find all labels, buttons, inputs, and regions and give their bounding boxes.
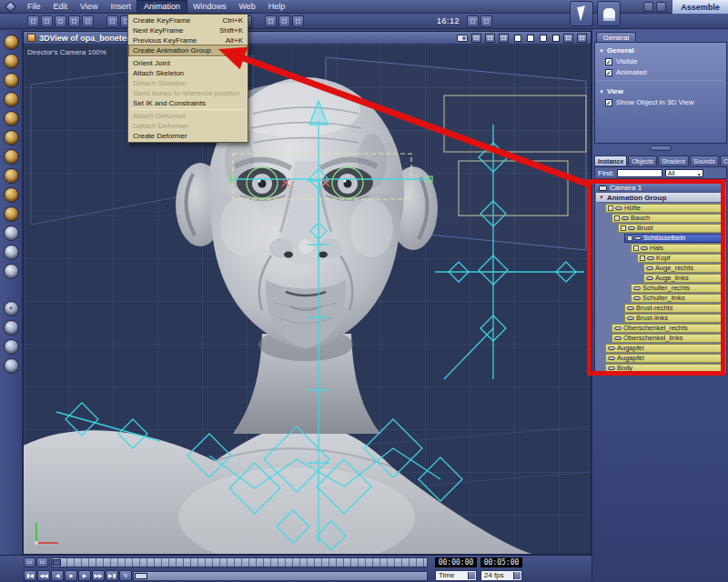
- tree-item[interactable]: Hals: [596, 243, 725, 253]
- render-quality-button[interactable]: [540, 35, 547, 42]
- tab-sounds[interactable]: Sounds: [690, 156, 719, 166]
- tab-shaders[interactable]: Shaders: [658, 156, 689, 166]
- tool-orb[interactable]: [4, 149, 19, 165]
- menuitem-attach-deformer[interactable]: Attach Deformer: [129, 111, 247, 121]
- header-icon[interactable]: [656, 2, 666, 12]
- menuitem-previous-keyframe[interactable]: Previous KeyFrameAlt+K: [129, 35, 247, 45]
- toolbar-button[interactable]: [27, 15, 39, 27]
- tree-item[interactable]: Brust-rechts: [596, 303, 725, 313]
- tree-item[interactable]: Schlüsselbein: [596, 233, 725, 243]
- expander-icon[interactable]: [614, 216, 620, 221]
- viewport-canvas[interactable]: [24, 45, 591, 554]
- tree-item[interactable]: Auge_rechts: [596, 263, 725, 273]
- room-label-assemble[interactable]: Assemble: [672, 0, 728, 14]
- tab-clips[interactable]: Clips: [720, 156, 728, 166]
- menu-view[interactable]: View: [74, 1, 104, 13]
- tree-item[interactable]: Augapfel: [596, 353, 725, 363]
- go-end-button[interactable]: [106, 570, 118, 581]
- tree-item-camera[interactable]: Camera 1: [596, 183, 725, 193]
- tree-item[interactable]: Brust-links: [596, 313, 725, 323]
- tree-item[interactable]: Oberschenkel_rechts: [596, 323, 725, 333]
- tool-orb[interactable]: [4, 35, 19, 50]
- toolbar-button[interactable]: [68, 15, 80, 27]
- time-mode-dropdown[interactable]: Time: [435, 570, 477, 581]
- tool-orb[interactable]: [4, 73, 19, 88]
- find-input[interactable]: [617, 169, 662, 177]
- tree-item[interactable]: Augapfel: [596, 343, 725, 353]
- toolbar-button[interactable]: [41, 15, 53, 27]
- tool-orb[interactable]: [4, 168, 19, 184]
- expander-icon[interactable]: [627, 236, 632, 241]
- toolbar-button[interactable]: [278, 15, 290, 27]
- menu-insert[interactable]: Insert: [104, 1, 137, 13]
- camera-select-icon[interactable]: [457, 35, 468, 42]
- timeline-ruler[interactable]: [51, 557, 428, 567]
- tree-item[interactable]: Schulter_links: [596, 293, 725, 303]
- tool-orb[interactable]: [4, 54, 19, 69]
- display-mode-button[interactable]: [499, 34, 509, 43]
- add-key-button[interactable]: [24, 557, 35, 567]
- pan-tool-button[interactable]: [4, 320, 19, 336]
- section-view[interactable]: View: [595, 84, 726, 96]
- remove-key-button[interactable]: [36, 557, 48, 567]
- toolbar-button[interactable]: [292, 15, 304, 27]
- play-reverse-button[interactable]: [51, 570, 64, 581]
- expander-icon[interactable]: [608, 206, 613, 211]
- tool-orb[interactable]: [4, 130, 19, 146]
- rewind-button[interactable]: [37, 570, 50, 581]
- pointer-tool-button[interactable]: [570, 1, 593, 26]
- render-quality-button[interactable]: [514, 35, 521, 42]
- menu-edit[interactable]: Edit: [47, 1, 75, 13]
- stop-button[interactable]: [65, 570, 77, 581]
- playhead[interactable]: [53, 559, 61, 566]
- tree-item[interactable]: Auge_links: [596, 273, 725, 283]
- checkbox-animated[interactable]: Animated: [595, 66, 726, 77]
- tool-orb[interactable]: [4, 226, 19, 241]
- header-icon[interactable]: [643, 2, 653, 12]
- menuitem-attach-skeleton[interactable]: Attach Skeleton: [129, 68, 247, 78]
- tree-item[interactable]: Body: [596, 363, 725, 373]
- menuitem-set-ik[interactable]: Set IK and Constraints: [129, 98, 247, 108]
- menu-animation[interactable]: Animation: [137, 1, 187, 13]
- tree-item[interactable]: Bauch: [596, 213, 725, 223]
- rotate-view-button[interactable]: [4, 339, 19, 355]
- expander-icon[interactable]: ▼: [599, 195, 604, 200]
- go-start-button[interactable]: [24, 570, 36, 581]
- section-general[interactable]: General: [595, 43, 726, 55]
- menu-web[interactable]: Web: [232, 1, 261, 13]
- viewport-option-button[interactable]: [563, 34, 573, 43]
- magnify-tool-button[interactable]: [4, 358, 19, 374]
- window-menu-icon[interactable]: [27, 34, 35, 42]
- play-button[interactable]: [78, 570, 91, 581]
- menuitem-detach-deformer[interactable]: Detach Deformer: [129, 121, 247, 131]
- menuitem-create-deformer[interactable]: Create Deformer: [129, 131, 247, 141]
- tool-orb[interactable]: [4, 206, 19, 222]
- render-quality-button[interactable]: [527, 35, 534, 42]
- tree-item[interactable]: Oberschenkel_links: [596, 333, 725, 343]
- toolbar-button[interactable]: [480, 15, 492, 27]
- menu-help[interactable]: Help: [262, 1, 292, 13]
- expander-icon[interactable]: [633, 246, 639, 251]
- tool-orb[interactable]: [4, 111, 19, 126]
- display-mode-button[interactable]: [485, 34, 495, 43]
- tool-orb[interactable]: [4, 92, 19, 107]
- zoom-tool-button[interactable]: +: [4, 301, 19, 316]
- tree-item[interactable]: Brust: [596, 223, 725, 233]
- timeline-scrollbar[interactable]: [133, 571, 428, 581]
- fast-forward-button[interactable]: [92, 570, 105, 581]
- toolbar-button[interactable]: [265, 15, 277, 27]
- tool-orb[interactable]: [4, 264, 19, 279]
- toolbar-button[interactable]: [106, 15, 118, 27]
- loop-button[interactable]: [119, 570, 132, 581]
- display-mode-button[interactable]: [471, 34, 481, 43]
- menuitem-orient-joint[interactable]: Orient Joint: [129, 58, 247, 68]
- checkbox-show-object[interactable]: Show Object in 3D View: [595, 96, 726, 107]
- scroll-thumb[interactable]: [135, 573, 147, 579]
- menuitem-detach-skeleton[interactable]: Detach Skeleton: [129, 78, 247, 88]
- panel-grip[interactable]: [650, 146, 672, 151]
- menu-file[interactable]: File: [21, 1, 47, 13]
- tree-item[interactable]: Kopf: [596, 253, 725, 263]
- menuitem-create-keyframe[interactable]: Create KeyFrameCtrl+K: [129, 15, 247, 25]
- expander-icon[interactable]: [621, 226, 626, 231]
- tree-item[interactable]: Schulter_rechts: [596, 283, 725, 293]
